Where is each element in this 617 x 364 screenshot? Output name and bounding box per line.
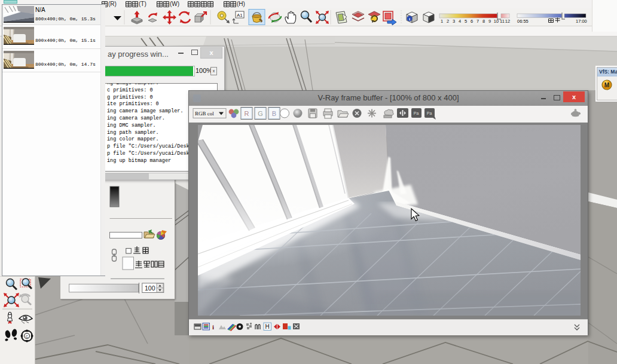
svg-text:C: C xyxy=(26,335,29,338)
svg-text:7: 7 xyxy=(477,19,479,24)
svg-text:A1: A1 xyxy=(237,13,243,18)
svg-text:1: 1 xyxy=(441,19,443,24)
svg-text:8: 8 xyxy=(482,19,485,24)
svg-text:i: i xyxy=(409,17,410,22)
svg-text:R: R xyxy=(245,110,249,117)
svg-text:B: B xyxy=(272,110,276,117)
svg-text:G: G xyxy=(258,110,263,117)
svg-text:06:55: 06:55 xyxy=(517,19,529,24)
svg-text:2: 2 xyxy=(447,19,449,24)
svg-text:3: 3 xyxy=(453,19,455,24)
svg-text:(R): (R) xyxy=(108,1,117,7)
svg-text:100: 100 xyxy=(145,285,155,292)
svg-text:H: H xyxy=(265,323,270,330)
svg-text:4: 4 xyxy=(459,19,461,24)
svg-text:Pa: Pa xyxy=(427,111,432,115)
svg-text:(W): (W) xyxy=(170,1,179,7)
svg-text:Pa: Pa xyxy=(414,111,419,115)
svg-text:17:00: 17:00 xyxy=(576,19,587,24)
svg-text:11: 11 xyxy=(500,19,505,24)
svg-text:(H): (H) xyxy=(237,1,245,7)
svg-text:(T): (T) xyxy=(139,1,146,7)
svg-text:9: 9 xyxy=(488,19,491,24)
svg-text:i: i xyxy=(212,323,214,331)
svg-text:10: 10 xyxy=(494,19,499,24)
svg-text:6: 6 xyxy=(471,19,473,24)
svg-text:M: M xyxy=(604,82,609,88)
svg-text:12: 12 xyxy=(505,19,510,24)
svg-text:RGB col: RGB col xyxy=(195,111,214,117)
svg-text:5: 5 xyxy=(465,19,467,24)
